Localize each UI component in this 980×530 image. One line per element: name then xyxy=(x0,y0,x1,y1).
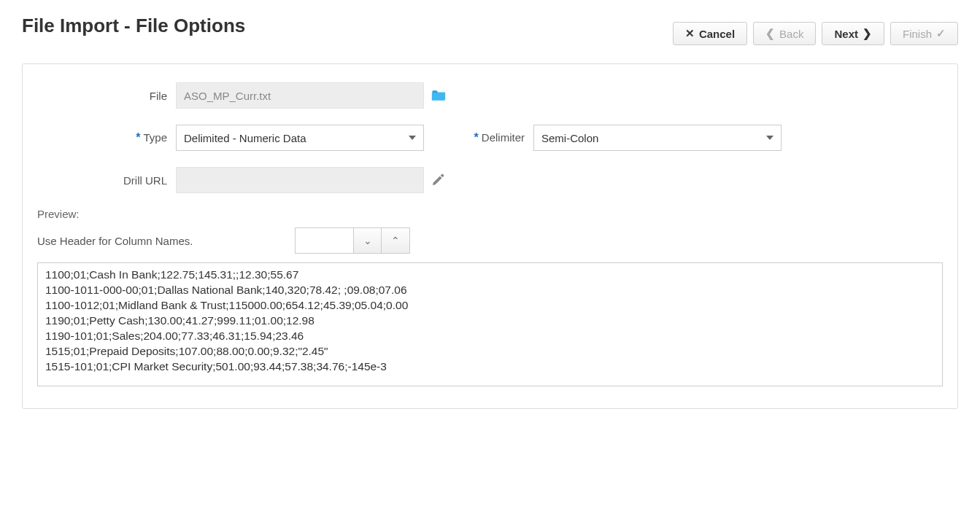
chevron-down-icon xyxy=(766,136,773,140)
delimiter-value: Semi-Colon xyxy=(541,132,598,144)
preview-line: 1100-1012;01;Midland Bank & Trust;115000… xyxy=(45,298,935,313)
preview-line: 1100-1011-000-00;01;Dallas National Bank… xyxy=(45,283,935,298)
type-select[interactable]: Delimited - Numeric Data xyxy=(176,125,424,151)
drill-url-field xyxy=(176,167,424,193)
pencil-icon xyxy=(432,173,445,186)
cancel-button[interactable]: ✕ Cancel xyxy=(673,22,747,45)
chevron-left-icon: ❮ xyxy=(765,27,775,40)
finish-button[interactable]: Finish ✓ xyxy=(890,22,958,45)
preview-section: Preview: Use Header for Column Names. ⌄ … xyxy=(37,208,943,386)
chevron-down-icon xyxy=(409,136,416,140)
finish-label: Finish xyxy=(903,28,932,40)
content-panel: File ASO_MP_Curr.txt *Type Delimited - N… xyxy=(22,63,958,409)
delimiter-label: *Delimiter xyxy=(453,131,533,144)
page-title: File Import - File Options xyxy=(22,15,245,37)
folder-icon xyxy=(431,88,446,101)
type-value: Delimited - Numeric Data xyxy=(184,132,306,144)
preview-line: 1515-101;01;CPI Market Security;501.00;9… xyxy=(45,359,935,375)
back-button[interactable]: ❮ Back xyxy=(753,22,816,45)
file-label: File xyxy=(37,90,176,102)
close-icon: ✕ xyxy=(685,27,695,40)
file-field: ASO_MP_Curr.txt xyxy=(176,82,424,109)
header-row-spinner: ⌄ ⌃ xyxy=(295,227,410,254)
use-header-label: Use Header for Column Names. xyxy=(37,235,193,247)
spinner-down-button[interactable]: ⌄ xyxy=(354,228,382,253)
delimiter-select[interactable]: Semi-Colon xyxy=(533,125,782,151)
form-grid: File ASO_MP_Curr.txt *Type Delimited - N… xyxy=(37,82,943,193)
chevron-up-icon: ⌃ xyxy=(391,235,400,246)
required-asterisk: * xyxy=(136,131,140,144)
edit-drill-url-button[interactable] xyxy=(424,173,453,188)
spinner-up-button[interactable]: ⌃ xyxy=(382,228,409,253)
header-row-input[interactable] xyxy=(296,228,354,253)
next-label: Next xyxy=(834,28,858,40)
wizard-button-bar: ✕ Cancel ❮ Back Next ❯ Finish ✓ xyxy=(673,22,958,45)
browse-file-button[interactable] xyxy=(424,88,453,104)
preview-line: 1100;01;Cash In Bank;122.75;145.31;;12.3… xyxy=(45,268,935,283)
check-icon: ✓ xyxy=(936,27,946,40)
back-label: Back xyxy=(779,28,803,40)
next-button[interactable]: Next ❯ xyxy=(822,22,884,45)
preview-line: 1515;01;Prepaid Deposits;107.00;88.00;0.… xyxy=(45,344,935,359)
type-label: *Type xyxy=(37,131,176,144)
drill-url-label: Drill URL xyxy=(37,174,176,187)
preview-textarea[interactable]: 1100;01;Cash In Bank;122.75;145.31;;12.3… xyxy=(37,262,943,386)
chevron-right-icon: ❯ xyxy=(863,27,872,40)
preview-label: Preview: xyxy=(37,208,943,220)
chevron-down-icon: ⌄ xyxy=(363,235,372,246)
cancel-label: Cancel xyxy=(699,28,735,40)
preview-line: 1190-101;01;Sales;204.00;77.33;46.31;15.… xyxy=(45,329,935,344)
file-value: ASO_MP_Curr.txt xyxy=(184,90,271,102)
preview-line: 1190;01;Petty Cash;130.00;41.27;999.11;0… xyxy=(45,313,935,329)
required-asterisk: * xyxy=(474,131,479,144)
